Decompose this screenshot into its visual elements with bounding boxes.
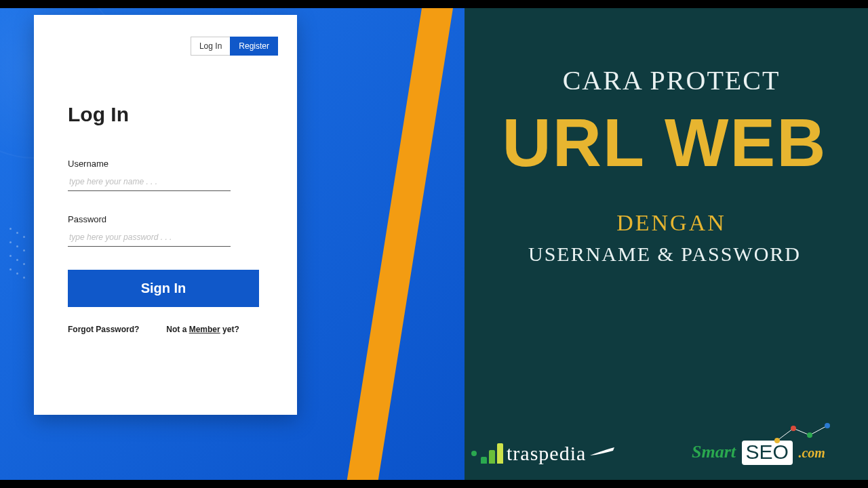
traspedia-dot-icon <box>471 451 477 456</box>
headline-line4: USERNAME & PASSWORD <box>468 243 861 266</box>
login-card: Log In Register Log In Username Password… <box>34 15 297 415</box>
member-link[interactable]: Member <box>189 325 220 334</box>
field-password: Password <box>68 214 270 247</box>
swoosh-icon <box>589 447 616 460</box>
svg-point-6 <box>825 423 830 428</box>
not-member-text: Not a Member yet? <box>166 325 239 334</box>
svg-point-5 <box>807 432 812 438</box>
decorative-dots <box>7 225 34 333</box>
auth-tabs: Log In Register <box>191 37 278 56</box>
logo-traspedia: traspedia <box>471 442 675 465</box>
letterbox-top <box>0 0 868 8</box>
username-input[interactable] <box>68 173 231 191</box>
headline-line3: DENGAN <box>495 210 848 236</box>
traspedia-bars-icon <box>481 443 504 464</box>
logo-smartseo: Smart SEO .com <box>692 441 854 465</box>
headline-line1: CARA PROTECT <box>495 64 848 96</box>
svg-line-0 <box>777 428 793 441</box>
smartseo-smart: Smart <box>692 442 736 462</box>
traspedia-wordmark: traspedia <box>507 442 586 465</box>
svg-point-3 <box>774 438 780 443</box>
not-member-prefix: Not a <box>166 325 189 334</box>
forgot-password-link[interactable]: Forgot Password? <box>68 325 139 334</box>
tab-login[interactable]: Log In <box>191 37 230 56</box>
not-member-suffix: yet? <box>220 325 239 334</box>
svg-line-2 <box>810 426 827 435</box>
seo-graph-icon <box>773 422 834 447</box>
sign-in-button[interactable]: Sign In <box>68 270 259 307</box>
password-input[interactable] <box>68 228 231 247</box>
login-title: Log In <box>68 103 270 126</box>
letterbox-bottom <box>0 480 868 488</box>
headline-line2: URL WEB <box>475 108 854 176</box>
username-label: Username <box>68 159 270 169</box>
field-username: Username <box>68 159 270 191</box>
smartseo-com: .com <box>798 445 825 460</box>
tab-register[interactable]: Register <box>230 37 278 56</box>
svg-point-4 <box>791 426 796 431</box>
password-label: Password <box>68 214 270 224</box>
